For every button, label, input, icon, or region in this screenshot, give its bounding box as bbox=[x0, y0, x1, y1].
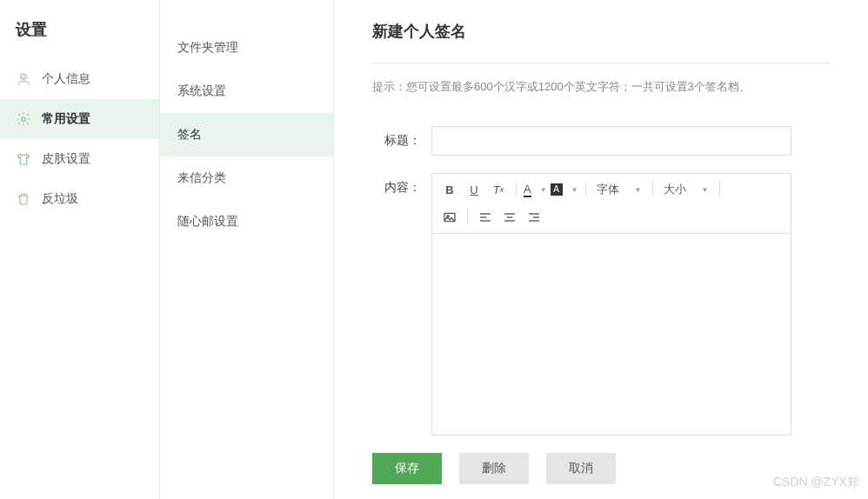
title-input[interactable] bbox=[431, 126, 791, 156]
bold-button[interactable]: B bbox=[439, 179, 460, 200]
align-right-button[interactable] bbox=[524, 207, 544, 228]
subnav-system-settings[interactable]: 系统设置 bbox=[160, 70, 333, 113]
subnav-folder-management[interactable]: 文件夹管理 bbox=[160, 26, 333, 70]
menu-item-anti-spam[interactable]: 反垃圾 bbox=[0, 179, 159, 219]
button-row: 保存 删除 取消 bbox=[372, 453, 830, 484]
menu-item-common-settings[interactable]: 常用设置 bbox=[0, 99, 159, 139]
menu-item-personal-info[interactable]: 个人信息 bbox=[0, 59, 159, 99]
font-dropdown[interactable]: 字体▼ bbox=[593, 179, 645, 200]
shirt-icon bbox=[16, 151, 31, 167]
menu-label: 常用设置 bbox=[42, 111, 90, 127]
page-title: 新建个人签名 bbox=[372, 21, 830, 63]
bg-color-button[interactable]: A▼ bbox=[551, 179, 578, 200]
image-button[interactable] bbox=[439, 207, 460, 228]
sidebar-sub: 文件夹管理 系统设置 签名 来信分类 随心邮设置 bbox=[160, 0, 334, 499]
text-color-button[interactable]: A▼ bbox=[524, 179, 547, 200]
align-center-button[interactable] bbox=[499, 207, 520, 228]
toolbar-separator bbox=[719, 182, 720, 197]
underline-button[interactable]: U bbox=[464, 179, 484, 200]
svg-point-1 bbox=[22, 117, 26, 122]
subnav-freemail-settings[interactable]: 随心邮设置 bbox=[160, 200, 333, 243]
menu-item-skin-settings[interactable]: 皮肤设置 bbox=[0, 139, 159, 179]
menu-label: 皮肤设置 bbox=[42, 151, 90, 167]
gear-icon bbox=[16, 111, 31, 127]
toolbar-separator bbox=[516, 182, 517, 197]
person-icon bbox=[16, 71, 31, 87]
cancel-button[interactable]: 取消 bbox=[546, 453, 616, 484]
main-content: 新建个人签名 提示：您可设置最多600个汉字或1200个英文字符；一共可设置3个… bbox=[334, 0, 868, 499]
content-label: 内容： bbox=[372, 173, 431, 196]
clear-format-button[interactable]: Tx bbox=[488, 179, 509, 200]
save-button[interactable]: 保存 bbox=[372, 453, 442, 484]
editor-textarea[interactable] bbox=[431, 234, 791, 436]
subnav-mail-classification[interactable]: 来信分类 bbox=[160, 156, 333, 200]
form-row-content: 内容： B U Tx A▼ A▼ 字体▼ 大小▼ bbox=[372, 173, 830, 436]
menu-label: 个人信息 bbox=[42, 71, 90, 87]
form-row-title: 标题： bbox=[372, 126, 830, 156]
sidebar-title: 设置 bbox=[0, 0, 159, 59]
hint-text: 提示：您可设置最多600个汉字或1200个英文字符；一共可设置3个签名档。 bbox=[372, 79, 830, 95]
svg-point-0 bbox=[21, 74, 26, 79]
editor-toolbar: B U Tx A▼ A▼ 字体▼ 大小▼ bbox=[431, 173, 791, 234]
toolbar-separator bbox=[467, 210, 468, 225]
sidebar-main: 设置 个人信息 常用设置 皮肤设置 反垃圾 bbox=[0, 0, 160, 499]
trash-icon bbox=[16, 191, 31, 207]
align-left-button[interactable] bbox=[475, 207, 496, 228]
delete-button[interactable]: 删除 bbox=[459, 453, 529, 484]
editor-wrapper: B U Tx A▼ A▼ 字体▼ 大小▼ bbox=[431, 173, 791, 436]
toolbar-separator bbox=[585, 182, 586, 197]
size-dropdown[interactable]: 大小▼ bbox=[660, 179, 712, 200]
toolbar-separator bbox=[652, 182, 653, 197]
menu-label: 反垃圾 bbox=[42, 191, 78, 207]
subnav-signature[interactable]: 签名 bbox=[160, 113, 333, 156]
title-label: 标题： bbox=[372, 126, 431, 149]
